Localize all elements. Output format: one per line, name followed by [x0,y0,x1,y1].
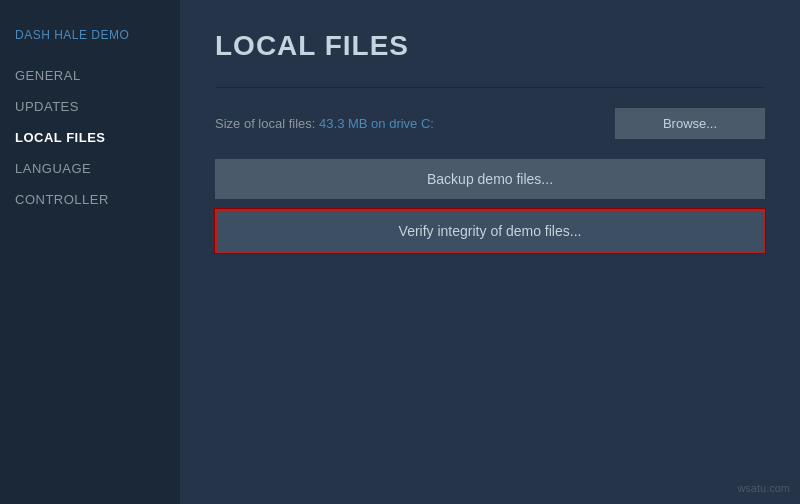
sidebar: DASH HALE DEMO GENERAL UPDATES LOCAL FIL… [0,0,180,504]
sidebar-item-updates[interactable]: UPDATES [0,91,180,122]
page-title: LOCAL FILES [215,30,765,62]
main-content: LOCAL FILES Size of local files: 43.3 MB… [180,0,800,504]
sidebar-item-local-files[interactable]: LOCAL FILES [0,122,180,153]
sidebar-item-controller[interactable]: CONTROLLER [0,184,180,215]
verify-integrity-button[interactable]: Verify integrity of demo files... [215,209,765,253]
file-size-text: Size of local files: 43.3 MB on drive C: [215,116,434,131]
file-size-row: Size of local files: 43.3 MB on drive C:… [215,108,765,139]
sidebar-item-language[interactable]: LANGUAGE [0,153,180,184]
watermark: wsatu.com [737,482,790,494]
browse-button[interactable]: Browse... [615,108,765,139]
divider [215,87,765,88]
sidebar-app-title[interactable]: DASH HALE DEMO [0,20,180,50]
file-size-label: Size of local files: [215,116,315,131]
backup-button[interactable]: Backup demo files... [215,159,765,199]
sidebar-item-general[interactable]: GENERAL [0,60,180,91]
file-size-value: 43.3 MB on drive C: [319,116,434,131]
